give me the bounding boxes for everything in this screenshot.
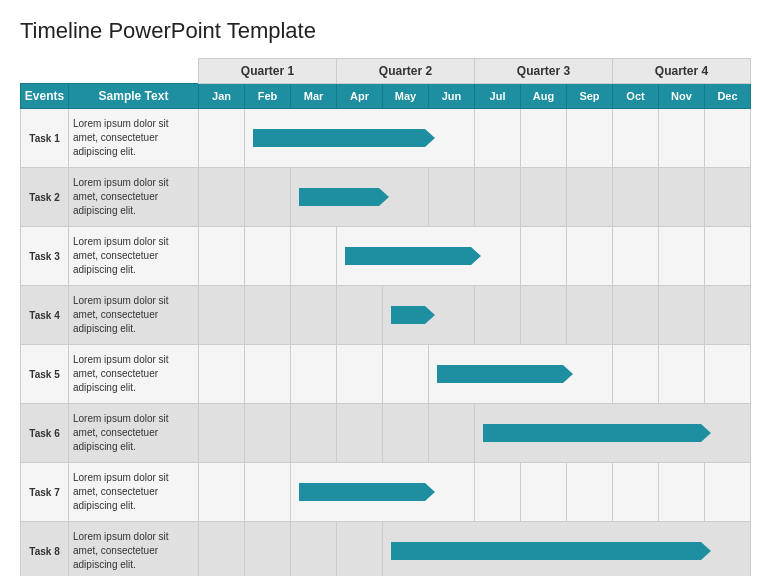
month-cell-4: [337, 522, 383, 577]
table-row: Task 8Lorem ipsum dolor sit amet, consec…: [21, 522, 751, 577]
month-cell-1: [199, 345, 245, 404]
quarter-header-row: Quarter 1 Quarter 2 Quarter 3 Quarter 4: [21, 59, 751, 84]
month-cell-2: [245, 345, 291, 404]
month-cell-12: [705, 286, 751, 345]
month-cell-5: [383, 345, 429, 404]
month-cell-1: [199, 522, 245, 577]
month-jul: Jul: [475, 84, 521, 109]
month-aug: Aug: [521, 84, 567, 109]
month-cell-12: [705, 109, 751, 168]
month-cell-8: [521, 286, 567, 345]
month-cell-3: [291, 463, 475, 522]
task-description: Lorem ipsum dolor sit amet, consectetuer…: [69, 227, 199, 286]
month-cell-1: [199, 109, 245, 168]
month-cell-10: [613, 168, 659, 227]
month-cell-7: [475, 109, 521, 168]
month-sep: Sep: [567, 84, 613, 109]
table-row: Task 3Lorem ipsum dolor sit amet, consec…: [21, 227, 751, 286]
task-description: Lorem ipsum dolor sit amet, consectetuer…: [69, 168, 199, 227]
month-cell-7: [475, 404, 751, 463]
gantt-bar: [391, 306, 425, 324]
month-cell-2: [245, 286, 291, 345]
month-cell-12: [705, 463, 751, 522]
month-cell-2: [245, 227, 291, 286]
quarter-3-header: Quarter 3: [475, 59, 613, 84]
task-description: Lorem ipsum dolor sit amet, consectetuer…: [69, 522, 199, 577]
month-cell-7: [475, 286, 521, 345]
month-cell-8: [521, 168, 567, 227]
table-row: Task 1Lorem ipsum dolor sit amet, consec…: [21, 109, 751, 168]
month-cell-5: [383, 522, 751, 577]
month-cell-7: [475, 168, 521, 227]
month-cell-2: [245, 168, 291, 227]
month-header-row: Events Sample Text Jan Feb Mar Apr May J…: [21, 84, 751, 109]
month-cell-1: [199, 463, 245, 522]
month-cell-3: [291, 404, 337, 463]
month-cell-3: [291, 286, 337, 345]
month-cell-1: [199, 168, 245, 227]
month-jun: Jun: [429, 84, 475, 109]
gantt-bar: [253, 129, 425, 147]
month-cell-4: [337, 345, 383, 404]
month-cell-1: [199, 227, 245, 286]
month-cell-11: [659, 168, 705, 227]
month-cell-1: [199, 404, 245, 463]
empty-header: [21, 59, 199, 84]
month-feb: Feb: [245, 84, 291, 109]
task-id: Task 7: [21, 463, 69, 522]
month-cell-2: [245, 109, 475, 168]
month-cell-12: [705, 227, 751, 286]
month-cell-8: [521, 109, 567, 168]
month-cell-8: [521, 463, 567, 522]
month-cell-2: [245, 404, 291, 463]
month-cell-9: [567, 168, 613, 227]
task-description: Lorem ipsum dolor sit amet, consectetuer…: [69, 463, 199, 522]
gantt-bar: [391, 542, 701, 560]
task-id: Task 6: [21, 404, 69, 463]
gantt-bar: [483, 424, 701, 442]
month-cell-5: [383, 286, 475, 345]
page-title: Timeline PowerPoint Template: [20, 18, 748, 44]
sample-header: Sample Text: [69, 84, 199, 109]
timeline-table: Quarter 1 Quarter 2 Quarter 3 Quarter 4 …: [20, 58, 751, 576]
task-id: Task 4: [21, 286, 69, 345]
table-row: Task 6Lorem ipsum dolor sit amet, consec…: [21, 404, 751, 463]
month-dec: Dec: [705, 84, 751, 109]
month-cell-9: [567, 227, 613, 286]
month-jan: Jan: [199, 84, 245, 109]
month-cell-9: [567, 463, 613, 522]
task-id: Task 1: [21, 109, 69, 168]
quarter-1-header: Quarter 1: [199, 59, 337, 84]
month-cell-3: [291, 522, 337, 577]
gantt-bar: [437, 365, 563, 383]
table-row: Task 5Lorem ipsum dolor sit amet, consec…: [21, 345, 751, 404]
month-cell-11: [659, 463, 705, 522]
events-header: Events: [21, 84, 69, 109]
month-cell-2: [245, 463, 291, 522]
gantt-bar: [299, 483, 425, 501]
table-row: Task 2Lorem ipsum dolor sit amet, consec…: [21, 168, 751, 227]
month-cell-11: [659, 227, 705, 286]
month-oct: Oct: [613, 84, 659, 109]
month-cell-2: [245, 522, 291, 577]
month-cell-11: [659, 286, 705, 345]
month-cell-9: [567, 286, 613, 345]
month-cell-6: [429, 345, 613, 404]
task-description: Lorem ipsum dolor sit amet, consectetuer…: [69, 345, 199, 404]
month-cell-7: [475, 463, 521, 522]
month-apr: Apr: [337, 84, 383, 109]
month-cell-8: [521, 227, 567, 286]
task-id: Task 5: [21, 345, 69, 404]
month-cell-9: [567, 109, 613, 168]
month-cell-3: [291, 345, 337, 404]
month-nov: Nov: [659, 84, 705, 109]
gantt-bar: [299, 188, 379, 206]
month-cell-4: [337, 404, 383, 463]
month-cell-5: [383, 404, 429, 463]
month-mar: Mar: [291, 84, 337, 109]
month-cell-10: [613, 286, 659, 345]
month-cell-3: [291, 227, 337, 286]
month-cell-10: [613, 463, 659, 522]
month-cell-12: [705, 168, 751, 227]
month-may: May: [383, 84, 429, 109]
